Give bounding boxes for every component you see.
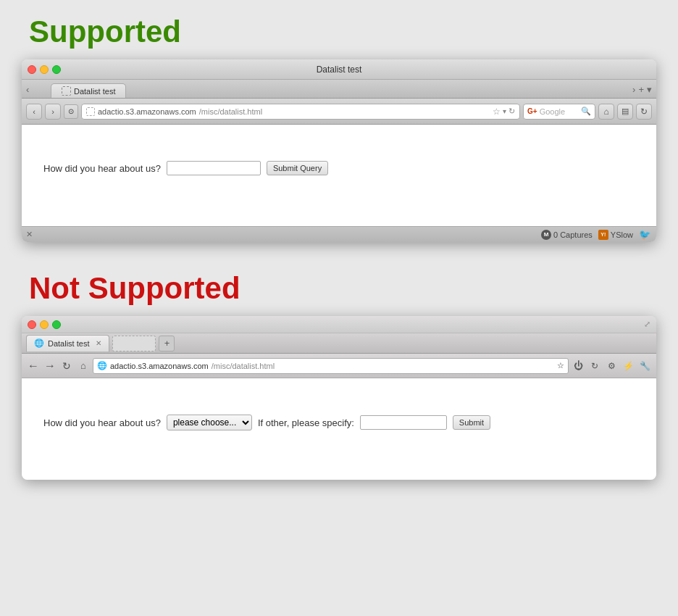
site-icon [86,107,95,116]
new-tab-area[interactable] [112,336,156,351]
submit-button[interactable]: Submit Query [267,161,328,175]
dropdown-icon[interactable]: ▾ [503,107,506,115]
bookmarks-button[interactable]: ▤ [617,104,633,120]
captures-icon: M [541,230,551,240]
search-box[interactable]: G+ Google 🔍 [523,104,595,120]
ff-minimize-button[interactable] [40,320,49,329]
ff-close-button[interactable] [28,320,36,329]
form-label: How did you hear about us? [43,163,161,174]
home-button[interactable]: ⌂ [598,104,614,120]
ff-form-row: How did you hear about us? please choose… [43,415,635,430]
extra-icon-item: 🐦 [639,229,650,240]
url-path: /misc/datalist.html [199,107,262,116]
minimize-button[interactable] [40,65,49,74]
ff-bookmark-icon[interactable]: ☆ [557,361,564,370]
safari-tab-bar: ‹ Datalist test › + ▾ [22,80,656,99]
tab-label: Datalist test [74,87,115,96]
toolbar-right: G+ Google 🔍 ⌂ ▤ ↻ [523,104,652,120]
forward-button[interactable]: › [45,104,61,120]
not-supported-section: Not Supported ⤢ 🌐 Datalist test ✕ + ← → [22,271,656,480]
yslow-label: YSlow [611,230,633,239]
extra-icon: 🐦 [639,229,650,240]
captures-label: 0 Captures [553,230,593,239]
status-close[interactable]: ✕ [26,230,33,239]
ff-bolt-icon[interactable]: ⚡ [621,359,635,373]
add-tab-btn[interactable]: + [638,84,644,95]
ff-tab-label: Datalist test [48,339,89,348]
firefox-tab-bar: 🌐 Datalist test ✕ + [22,333,656,354]
safari-content: How did you hear about us? Submit Query [22,125,656,226]
status-bar: ✕ M 0 Captures Y! YSlow 🐦 [22,226,656,242]
maximize-button[interactable] [52,65,61,74]
ff-address-bar[interactable]: 🌐 adactio.s3.amazonaws.com/misc/datalist… [93,358,569,374]
ff-new-tab-button[interactable]: + [159,336,175,351]
supported-heading: Supported [29,14,656,49]
datalist-input[interactable] [167,161,261,175]
address-bar[interactable]: adactio.s3.amazonaws.com/misc/datalist.h… [81,104,520,120]
ff-wrench-icon[interactable]: 🔧 [637,359,652,373]
new-tab-btn[interactable]: › [632,84,635,95]
search-placeholder: Google [540,107,579,116]
ff-url-domain: adactio.s3.amazonaws.com [110,362,209,370]
form-row: How did you hear about us? Submit Query [43,161,635,175]
window-title: Datalist test [317,64,362,75]
ff-select[interactable]: please choose... [167,415,252,430]
ff-reload-button[interactable]: ↻ [59,359,74,373]
traffic-lights [28,65,61,74]
ff-submit-button[interactable]: Submit [453,415,490,430]
resize-icon[interactable]: ⤢ [644,320,650,329]
not-supported-heading: Not Supported [29,271,656,306]
ff-toolbar-right: ⏻ ↻ ⚙ ⚡ 🔧 [571,359,652,373]
ff-site-icon: 🌐 [97,361,107,370]
ff-maximize-button[interactable] [52,320,61,329]
ff-home-button[interactable]: ⌂ [76,359,91,373]
tab-left-arrow[interactable]: ‹ [26,84,29,95]
ff-url-path: /misc/datalist.html [212,362,275,370]
firefox-tab[interactable]: 🌐 Datalist test ✕ [26,335,109,352]
firefox-browser-window: ⤢ 🌐 Datalist test ✕ + ← → ↻ ⌂ 🌐 adactio.… [22,316,656,480]
supported-section: Supported Datalist test ‹ Datalist test … [22,14,656,242]
ff-refresh-icon[interactable]: ↻ [587,359,602,373]
ff-traffic-lights [28,320,61,329]
ff-settings-icon[interactable]: ⚙ [604,359,619,373]
tab-favicon [62,86,71,96]
yslow-item: Y! YSlow [598,230,633,240]
close-button[interactable] [28,65,36,74]
refresh-button[interactable]: ↻ [636,104,652,120]
close-tab-icon[interactable]: ✕ [96,339,101,347]
back-button[interactable]: ‹ [26,104,42,120]
search-icon[interactable]: 🔍 [581,107,591,116]
url-domain: adactio.s3.amazonaws.com [98,107,196,116]
safari-tab[interactable]: Datalist test [51,83,126,98]
ff-text-input[interactable] [360,415,447,430]
ff-back-button[interactable]: ← [26,359,41,373]
tab-globe-icon: 🌐 [34,338,44,348]
tab-menu-btn[interactable]: ▾ [647,84,652,95]
firefox-toolbar: ← → ↻ ⌂ 🌐 adactio.s3.amazonaws.com/misc/… [22,354,656,378]
captures-item: M 0 Captures [541,230,593,240]
yslow-icon: Y! [598,230,608,240]
firefox-title-bar: ⤢ [22,316,656,333]
ff-form-label: How did you hear about us? [43,417,161,428]
ff-forward-button[interactable]: → [43,359,57,373]
safari-title-bar: Datalist test [22,59,656,80]
ff-power-icon[interactable]: ⏻ [571,359,585,373]
safari-toolbar: ‹ › ⊙ adactio.s3.amazonaws.com/misc/data… [22,99,656,125]
tab-right-buttons: › + ▾ [632,84,652,95]
bookmark-icon[interactable]: ☆ [493,107,501,117]
firefox-content: How did you hear about us? please choose… [22,378,656,480]
google-g-icon: G+ [527,107,537,115]
ff-extra-label: If other, please specify: [258,417,354,428]
reload-icon[interactable]: ↻ [508,107,515,116]
safari-browser-window: Datalist test ‹ Datalist test › + ▾ ‹ › … [22,59,656,242]
stop-reload-button[interactable]: ⊙ [64,104,78,119]
